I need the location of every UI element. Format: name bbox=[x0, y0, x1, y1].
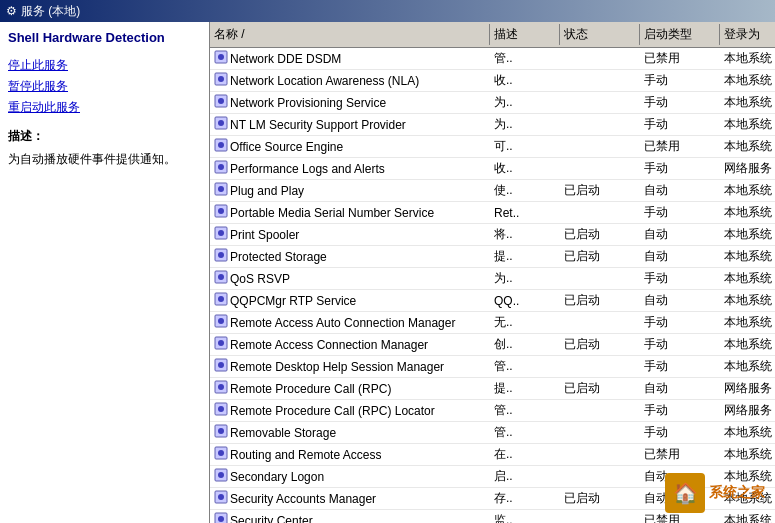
table-row[interactable]: Office Source Engine 可.. 已禁用 本地系统 bbox=[210, 136, 775, 158]
col-status[interactable]: 状态 bbox=[560, 24, 640, 45]
cell-login: 本地系统 bbox=[720, 224, 775, 245]
table-body[interactable]: Network DDE DSDM 管.. 已禁用 本地系统 Network Lo… bbox=[210, 48, 775, 523]
cell-name: Network Location Awareness (NLA) bbox=[210, 70, 490, 91]
cell-login: 本地系统 bbox=[720, 246, 775, 267]
cell-name: Remote Procedure Call (RPC) bbox=[210, 378, 490, 399]
cell-status bbox=[560, 70, 640, 91]
table-row[interactable]: Print Spooler 将.. 已启动 自动 本地系统 bbox=[210, 224, 775, 246]
cell-startup: 自动 bbox=[640, 224, 720, 245]
service-icon bbox=[214, 270, 228, 287]
cell-name: Network DDE DSDM bbox=[210, 48, 490, 69]
cell-name: Network Provisioning Service bbox=[210, 92, 490, 113]
title-bar-icon: ⚙ bbox=[6, 4, 17, 18]
cell-status bbox=[560, 466, 640, 487]
service-icon bbox=[214, 490, 228, 507]
cell-startup: 手动 bbox=[640, 114, 720, 135]
service-name: Print Spooler bbox=[230, 228, 299, 242]
col-desc[interactable]: 描述 bbox=[490, 24, 560, 45]
col-login[interactable]: 登录为 bbox=[720, 24, 775, 45]
cell-desc: 提.. bbox=[490, 246, 560, 267]
table-row[interactable]: QoS RSVP 为.. 手动 本地系统 bbox=[210, 268, 775, 290]
cell-status: 已启动 bbox=[560, 180, 640, 201]
table-row[interactable]: Network Location Awareness (NLA) 收.. 手动 … bbox=[210, 70, 775, 92]
svg-point-33 bbox=[218, 406, 224, 412]
cell-status bbox=[560, 312, 640, 333]
table-row[interactable]: Remote Access Connection Manager 创.. 已启动… bbox=[210, 334, 775, 356]
cell-status: 已启动 bbox=[560, 224, 640, 245]
cell-desc: 在.. bbox=[490, 444, 560, 465]
table-row[interactable]: Remote Access Auto Connection Manager 无.… bbox=[210, 312, 775, 334]
table-row[interactable]: Remote Procedure Call (RPC) Locator 管.. … bbox=[210, 400, 775, 422]
stop-service-link[interactable]: 停止此服务 bbox=[8, 57, 201, 74]
cell-name: Security Center bbox=[210, 510, 490, 523]
service-icon bbox=[214, 248, 228, 265]
cell-name: Office Source Engine bbox=[210, 136, 490, 157]
service-description: 为自动播放硬件事件提供通知。 bbox=[8, 151, 201, 168]
svg-point-7 bbox=[218, 120, 224, 126]
col-name[interactable]: 名称 / bbox=[210, 24, 490, 45]
left-panel: Shell Hardware Detection 停止此服务 暂停此服务 重启动… bbox=[0, 22, 210, 523]
cell-status bbox=[560, 268, 640, 289]
service-icon bbox=[214, 380, 228, 397]
cell-status bbox=[560, 400, 640, 421]
table-row[interactable]: Removable Storage 管.. 手动 本地系统 bbox=[210, 422, 775, 444]
right-panel: 名称 / 描述 状态 启动类型 登录为 Network DDE DSDM bbox=[210, 22, 775, 523]
watermark: 🏠 系统之家 bbox=[665, 473, 765, 513]
cell-name: Remote Access Auto Connection Manager bbox=[210, 312, 490, 333]
service-name: Security Accounts Manager bbox=[230, 492, 376, 506]
svg-point-41 bbox=[218, 494, 224, 500]
cell-name: Plug and Play bbox=[210, 180, 490, 201]
cell-desc: 为.. bbox=[490, 92, 560, 113]
svg-point-13 bbox=[218, 186, 224, 192]
cell-login: 本地系统 bbox=[720, 180, 775, 201]
watermark-label: 系统之家 bbox=[709, 484, 765, 502]
table-row[interactable]: Remote Desktop Help Session Manager 管.. … bbox=[210, 356, 775, 378]
cell-desc: 管.. bbox=[490, 48, 560, 69]
restart-service-link[interactable]: 重启动此服务 bbox=[8, 99, 201, 116]
table-header: 名称 / 描述 状态 启动类型 登录为 bbox=[210, 22, 775, 48]
cell-status: 已启动 bbox=[560, 378, 640, 399]
table-row[interactable]: Portable Media Serial Number Service Ret… bbox=[210, 202, 775, 224]
svg-point-21 bbox=[218, 274, 224, 280]
cell-login: 网络服务 bbox=[720, 158, 775, 179]
cell-login: 本地系统 bbox=[720, 70, 775, 91]
cell-desc: 收.. bbox=[490, 158, 560, 179]
col-startup[interactable]: 启动类型 bbox=[640, 24, 720, 45]
table-row[interactable]: NT LM Security Support Provider 为.. 手动 本… bbox=[210, 114, 775, 136]
service-icon bbox=[214, 402, 228, 419]
cell-name: Remote Procedure Call (RPC) Locator bbox=[210, 400, 490, 421]
cell-startup: 自动 bbox=[640, 378, 720, 399]
table-row[interactable]: Network Provisioning Service 为.. 手动 本地系统 bbox=[210, 92, 775, 114]
service-name: Portable Media Serial Number Service bbox=[230, 206, 434, 220]
table-row[interactable]: Remote Procedure Call (RPC) 提.. 已启动 自动 网… bbox=[210, 378, 775, 400]
cell-startup: 手动 bbox=[640, 356, 720, 377]
svg-point-3 bbox=[218, 76, 224, 82]
table-row[interactable]: QQPCMgr RTP Service QQ.. 已启动 自动 本地系统 bbox=[210, 290, 775, 312]
service-icon bbox=[214, 182, 228, 199]
cell-login: 本地系统 bbox=[720, 136, 775, 157]
svg-point-37 bbox=[218, 450, 224, 456]
table-row[interactable]: Network DDE DSDM 管.. 已禁用 本地系统 bbox=[210, 48, 775, 70]
table-row[interactable]: Performance Logs and Alerts 收.. 手动 网络服务 bbox=[210, 158, 775, 180]
cell-login: 本地系统 bbox=[720, 356, 775, 377]
service-name: NT LM Security Support Provider bbox=[230, 118, 406, 132]
cell-startup: 手动 bbox=[640, 70, 720, 91]
cell-name: QoS RSVP bbox=[210, 268, 490, 289]
cell-status bbox=[560, 92, 640, 113]
pause-service-link[interactable]: 暂停此服务 bbox=[8, 78, 201, 95]
service-icon bbox=[214, 50, 228, 67]
cell-status: 已启动 bbox=[560, 246, 640, 267]
cell-login: 本地系统 bbox=[720, 444, 775, 465]
table-row[interactable]: Routing and Remote Access 在.. 已禁用 本地系统 bbox=[210, 444, 775, 466]
svg-point-1 bbox=[218, 54, 224, 60]
cell-login: 本地系统 bbox=[720, 312, 775, 333]
cell-login: 本地系统 bbox=[720, 422, 775, 443]
cell-status: 已启动 bbox=[560, 488, 640, 509]
table-row[interactable]: Plug and Play 使.. 已启动 自动 本地系统 bbox=[210, 180, 775, 202]
cell-name: Portable Media Serial Number Service bbox=[210, 202, 490, 223]
service-icon bbox=[214, 292, 228, 309]
main-container: Shell Hardware Detection 停止此服务 暂停此服务 重启动… bbox=[0, 22, 775, 523]
table-row[interactable]: Protected Storage 提.. 已启动 自动 本地系统 bbox=[210, 246, 775, 268]
service-name: Routing and Remote Access bbox=[230, 448, 381, 462]
service-icon bbox=[214, 72, 228, 89]
